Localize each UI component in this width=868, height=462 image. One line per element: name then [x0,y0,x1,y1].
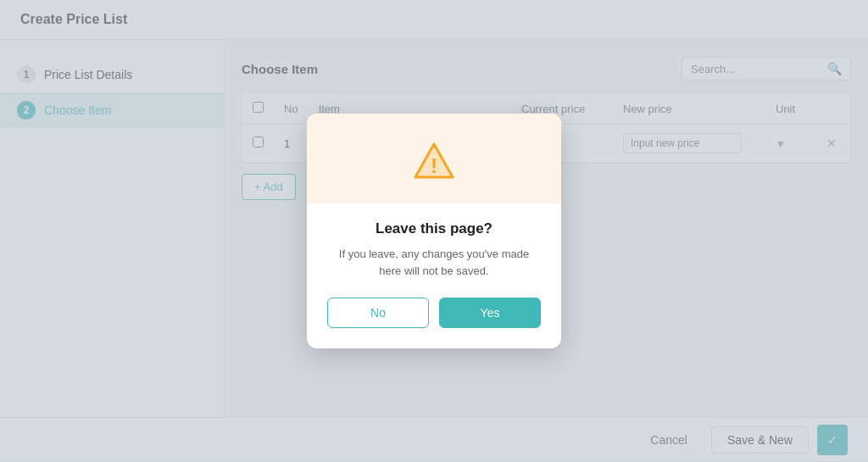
modal-yes-button[interactable]: Yes [439,298,541,328]
modal-icon-area: ! [307,114,561,203]
modal-message: If you leave, any changes you've made he… [327,246,541,279]
confirm-modal: ! Leave this page? If you leave, any cha… [307,114,561,348]
modal-title: Leave this page? [327,220,541,237]
modal-no-button[interactable]: No [327,298,429,328]
page-background: Create Price List 1 Price List Details 2… [0,0,868,462]
modal-overlay: ! Leave this page? If you leave, any cha… [0,0,868,462]
warning-icon: ! [410,137,458,185]
modal-actions: No Yes [327,298,541,328]
svg-text:!: ! [431,154,437,177]
modal-body: Leave this page? If you leave, any chang… [307,203,561,348]
